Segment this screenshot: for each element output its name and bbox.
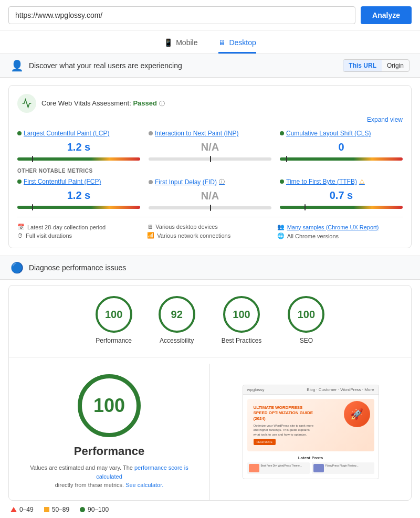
cwv-info-icon: ⓘ — [159, 100, 165, 107]
info-col-2: 🖥 Various desktop devices 📶 Various netw… — [147, 224, 272, 239]
inp-progress — [149, 157, 271, 161]
cwv-header: Core Web Vitals Assessment: Passed ⓘ — [17, 94, 403, 113]
fcp-progress — [17, 206, 140, 209]
origin-btn[interactable]: Origin — [382, 60, 409, 71]
real-users-left: 👤 Discover what your real users are expe… — [10, 59, 182, 72]
metric-lcp-value: 1.2 s — [17, 141, 140, 153]
posts-grid: Best Free Divi WordPress Theme... Flying… — [247, 462, 374, 474]
diagnose-title: Diagnose performance issues — [29, 263, 126, 272]
lcp-status-dot — [17, 131, 22, 135]
fid-marker — [210, 205, 211, 211]
cwv-status: Passed — [133, 99, 157, 107]
metric-lcp-label[interactable]: Largest Contentful Paint (LCP) — [17, 130, 140, 137]
divider — [9, 357, 411, 357]
people-icon: 👥 — [277, 224, 285, 230]
post-item-1: Best Free Divi WordPress Theme... — [247, 462, 310, 474]
lcp-marker — [32, 156, 33, 162]
info-visit-durations: ⏱ Full visit durations — [17, 232, 143, 239]
seo-label: SEO — [300, 337, 313, 344]
cls-marker — [286, 156, 287, 162]
url-input[interactable] — [8, 6, 355, 24]
orange-square-icon — [44, 507, 49, 512]
tab-desktop[interactable]: 🖥 Desktop — [218, 38, 256, 54]
cls-status-dot — [280, 131, 284, 135]
metric-cls-label[interactable]: Cumulative Layout Shift (CLS) — [280, 130, 403, 137]
other-metrics-label: OTHER NOTABLE METRICS — [17, 168, 403, 174]
fcp-status-dot — [17, 179, 22, 184]
scores-card: 100 Performance 92 Accessibility 100 Bes… — [8, 285, 412, 501]
metric-fid: First Input Delay (FID) ⓘ N/A — [149, 178, 271, 209]
post-text-2: FlyingPress Plugin Review... — [326, 464, 359, 467]
ttfb-progress-bar — [280, 206, 403, 209]
screenshot-nav: Blog · Customer · WordPress · More — [307, 387, 374, 392]
ttfb-warning-icon: ⚠ — [359, 178, 365, 185]
clock-icon: ⏱ — [17, 232, 23, 239]
metric-inp-value: N/A — [149, 141, 271, 153]
metric-fcp-value: 1.2 s — [17, 189, 140, 202]
metric-fid-label[interactable]: First Input Delay (FID) ⓘ — [149, 178, 271, 186]
info-collection-period: 📅 Latest 28-day collection period — [17, 224, 143, 230]
hero-subtitle: Optimize your WordPress site to rank mor… — [254, 424, 317, 437]
info-col-1: 📅 Latest 28-day collection period ⏱ Full… — [17, 224, 143, 239]
fcp-marker — [32, 204, 33, 210]
metric-fid-value: N/A — [149, 190, 271, 202]
legend-row: 0–49 50–89 90–100 — [0, 501, 420, 519]
device-tabs: 📱 Mobile 🖥 Desktop — [0, 31, 420, 54]
perf-title: Performance — [74, 445, 145, 458]
legend-red-label: 0–49 — [19, 506, 34, 513]
score-performance: 100 Performance — [96, 296, 132, 344]
expand-view-link[interactable]: Expand view — [17, 116, 403, 123]
this-url-btn[interactable]: This URL — [343, 60, 382, 71]
metric-ttfb-value: 0.7 s — [280, 189, 403, 202]
tab-mobile[interactable]: 📱 Mobile — [164, 38, 197, 54]
metric-fcp: First Contentful Paint (FCP) 1.2 s — [17, 178, 140, 209]
url-origin-toggle[interactable]: This URL Origin — [343, 59, 410, 72]
fid-progress — [149, 206, 271, 209]
wifi-icon: 📶 — [147, 232, 154, 239]
screenshot-logo: wpglossy — [247, 387, 265, 392]
cls-progress-bar — [280, 157, 403, 161]
calendar-icon: 📅 — [17, 224, 25, 230]
monitor-icon: 🖥 — [147, 224, 153, 230]
metric-lcp: Largest Contentful Paint (LCP) 1.2 s — [17, 130, 140, 161]
diagnose-icon: 🔵 — [10, 261, 24, 274]
ttfb-status-dot — [280, 179, 284, 184]
metric-cls: Cumulative Layout Shift (CLS) 0 — [280, 130, 403, 161]
website-screenshot: wpglossy Blog · Customer · WordPress · M… — [243, 385, 379, 479]
other-metrics-grid: First Contentful Paint (FCP) 1.2 s First… — [17, 178, 403, 209]
main-metrics-grid: Largest Contentful Paint (LCP) 1.2 s Int… — [17, 130, 403, 161]
metric-ttfb-label[interactable]: Time to First Byte (TTFB) ⚠ — [280, 178, 403, 185]
info-samples: 👥 Many samples (Chrome UX Report) — [277, 224, 403, 230]
metric-fcp-label[interactable]: First Contentful Paint (FCP) — [17, 178, 140, 185]
see-calculator-link[interactable]: See calculator. — [125, 482, 163, 488]
legend-red: 0–49 — [10, 506, 34, 513]
fcp-progress-bar — [17, 206, 140, 209]
seo-circle: 100 — [288, 296, 324, 333]
ttfb-marker — [304, 204, 306, 210]
hero-area: ULTIMATE WORDPRESS SPEED OPTIMIZATION GU… — [247, 399, 374, 451]
screenshot-header: wpglossy Blog · Customer · WordPress · M… — [243, 385, 379, 395]
score-best-practices: 100 Best Practices — [222, 296, 262, 344]
info-chrome-versions: 🌐 All Chrome versions — [277, 232, 403, 239]
performance-detail-section: 100 Performance Values are estimated and… — [9, 364, 411, 500]
info-row: 📅 Latest 28-day collection period ⏱ Full… — [17, 217, 403, 239]
metric-inp-label[interactable]: Interaction to Next Paint (INP) — [149, 130, 271, 137]
score-accessibility: 92 Accessibility — [159, 296, 195, 344]
metric-inp: Interaction to Next Paint (INP) N/A — [149, 130, 271, 161]
real-users-title: Discover what your real users are experi… — [29, 61, 182, 70]
red-triangle-icon — [10, 507, 17, 512]
lcp-progress-bar — [17, 157, 140, 161]
chrome-ux-link[interactable]: Many samples (Chrome UX Report) — [287, 224, 379, 230]
analyze-button[interactable]: Analyze — [361, 6, 412, 24]
cls-progress — [280, 157, 403, 161]
perf-big-circle: 100 — [78, 374, 141, 437]
post-text-1: Best Free Divi WordPress Theme... — [261, 464, 302, 467]
legend-orange-label: 50–89 — [52, 506, 69, 513]
perf-right: wpglossy Blog · Customer · WordPress · M… — [210, 364, 411, 500]
post-thumb-1 — [249, 464, 259, 472]
page-header: Analyze — [0, 0, 420, 31]
metric-ttfb: Time to First Byte (TTFB) ⚠ 0.7 s — [280, 178, 403, 209]
accessibility-label: Accessibility — [160, 337, 194, 344]
core-web-vitals-card: Core Web Vitals Assessment: Passed ⓘ Exp… — [8, 85, 412, 248]
green-dot-icon — [80, 507, 85, 512]
